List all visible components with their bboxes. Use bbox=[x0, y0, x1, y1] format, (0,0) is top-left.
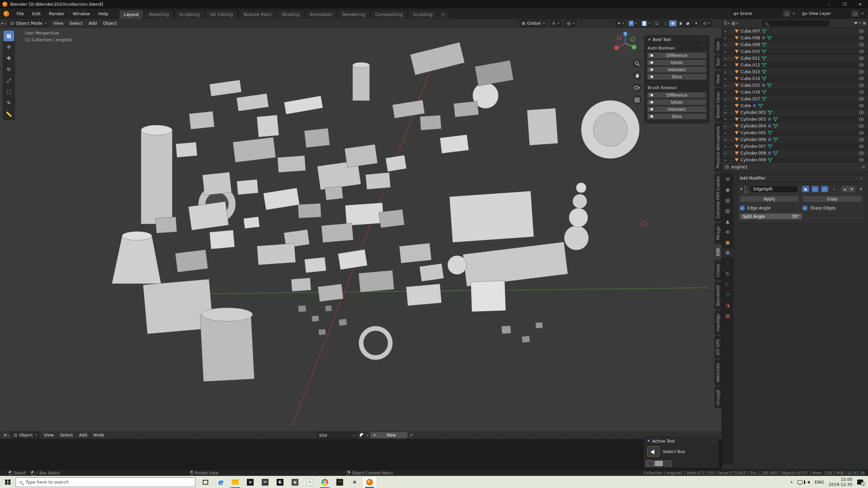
modifier-move-up-button[interactable]: ▲ bbox=[842, 186, 848, 192]
taskbar-app-player[interactable]: ◠ bbox=[332, 476, 347, 488]
taskbar-app-task-view[interactable] bbox=[198, 476, 213, 488]
workspace-tab-texture-paint[interactable]: Texture Paint bbox=[238, 10, 276, 19]
shading-options-dropdown[interactable]: ◴▾ bbox=[702, 20, 711, 27]
close-button[interactable]: ✕ bbox=[852, 0, 868, 8]
shader-editor-type-icon[interactable]: ◔▾ bbox=[2, 433, 10, 438]
perspective-toggle-icon[interactable] bbox=[633, 96, 642, 104]
hide-eye-icon[interactable] bbox=[859, 29, 864, 33]
view-layer-copy-button[interactable]: ❏ bbox=[851, 10, 859, 17]
outliner-item-cube.011[interactable]: ►—Cube.011 bbox=[722, 55, 868, 62]
transform-tool-button[interactable]: ⛶ bbox=[3, 86, 14, 97]
shader-menu-add[interactable]: Add bbox=[76, 431, 90, 439]
sidebar-tab-tool[interactable]: Tool bbox=[714, 55, 722, 69]
hide-eye-icon[interactable] bbox=[859, 138, 864, 141]
brush-boolean-difference-button[interactable]: Difference bbox=[647, 92, 707, 98]
sidebar-tab-blenderkit[interactable]: BlenderKit bbox=[714, 282, 722, 309]
modifier-expand-icon[interactable]: ▼ bbox=[740, 188, 742, 191]
shading-dropdown-icon[interactable]: ▾ bbox=[692, 20, 700, 26]
viewport-menu-view[interactable]: View bbox=[50, 20, 66, 27]
modifier-name-field[interactable]: EdgeSplit bbox=[751, 186, 797, 192]
outliner-item-cylinder.006[interactable]: ►—Cylinder.006⚙ bbox=[722, 136, 868, 143]
shader-menu-select[interactable]: Select bbox=[57, 431, 76, 439]
wireframe-shading-icon[interactable]: ◌ bbox=[662, 20, 669, 26]
hide-eye-icon[interactable] bbox=[859, 151, 864, 155]
hidden-icons-chevron[interactable]: ∧ bbox=[790, 480, 793, 484]
properties-tab-tool[interactable]: ⚒ bbox=[722, 175, 733, 184]
outliner-item-cube.009[interactable]: ►—Cube.009 bbox=[722, 41, 868, 48]
outliner-item-cylinder.007[interactable]: ►—Cylinder.007 bbox=[722, 143, 868, 150]
maximize-button[interactable]: ❐ bbox=[837, 0, 852, 8]
modifier-cage-toggle[interactable]: ▽ bbox=[831, 186, 837, 192]
properties-tab-view-layer[interactable]: ▥ bbox=[722, 206, 733, 215]
hide-eye-icon[interactable] bbox=[859, 111, 864, 114]
expand-icon[interactable]: ► bbox=[725, 125, 728, 128]
menu-render[interactable]: Render bbox=[45, 10, 68, 18]
outliner-item-cylinder.004[interactable]: ►—Cylinder.004⚙ bbox=[722, 123, 868, 129]
sidebar-tab-item[interactable]: Item bbox=[714, 38, 722, 54]
auto-boolean-union-button[interactable]: Union bbox=[647, 59, 707, 66]
filter-icon[interactable]: ▾ bbox=[854, 22, 861, 25]
mode-dropdown[interactable]: ⊡ Object Mode ▾ bbox=[8, 20, 49, 27]
menu-file[interactable]: File bbox=[13, 10, 27, 18]
workspace-tab-shading[interactable]: Shading bbox=[277, 10, 304, 19]
modifier-move-down-button[interactable]: ▼ bbox=[848, 186, 855, 192]
expand-icon[interactable]: ► bbox=[725, 70, 728, 74]
outliner-display-mode-icon[interactable]: ▥▾ bbox=[732, 21, 737, 25]
outliner-item-cube[interactable]: ►—Cube⚙ bbox=[722, 102, 868, 109]
expand-icon[interactable]: ► bbox=[725, 138, 728, 141]
taskbar-app-edge[interactable]: e bbox=[213, 476, 228, 488]
blender-menu-icon[interactable] bbox=[3, 11, 9, 17]
taskbar-app-calculator[interactable]: ▦ bbox=[288, 476, 302, 488]
view-layer-selector[interactable]: ▥▾ View Layer ❏ ✕ bbox=[800, 10, 866, 17]
sidebar-tab-edit[interactable]: Edit bbox=[714, 245, 722, 259]
sidebar-tab-extreme-pbr-combo[interactable]: Extreme PBR Combo bbox=[714, 173, 722, 222]
selectability-visibility-dropdown[interactable]: ➤▾ bbox=[616, 20, 625, 27]
sidebar-tab-mirage[interactable]: Mirage bbox=[714, 223, 722, 244]
auto-boolean-slice-button[interactable]: Slice bbox=[647, 74, 707, 80]
taskbar-app-chrome[interactable] bbox=[317, 476, 332, 488]
select-subtract-mode-button[interactable] bbox=[664, 461, 672, 466]
workspace-tab-rendering[interactable]: Rendering bbox=[338, 10, 370, 19]
select-box-tool-button[interactable]: ▦ bbox=[3, 30, 14, 41]
taskbar-search-input[interactable]: Type here to search bbox=[16, 477, 195, 487]
workspace-tab-sculpting[interactable]: Sculpting bbox=[174, 10, 204, 19]
minimize-button[interactable]: – bbox=[821, 0, 837, 8]
outliner-item-cube.010[interactable]: ►—Cube.010 bbox=[722, 48, 868, 55]
expand-icon[interactable]: ► bbox=[725, 104, 728, 107]
navigation-gizmo[interactable]: Z bbox=[612, 30, 638, 56]
viewport-menu-select[interactable]: Select bbox=[66, 20, 86, 27]
taskbar-app-notes[interactable]: ✎ bbox=[302, 476, 317, 488]
split-angle-slider[interactable]: Split Angle 30° bbox=[740, 213, 802, 220]
select-set-mode-button[interactable] bbox=[646, 461, 654, 466]
outliner-item-cube.016[interactable]: ►—Cube.016 bbox=[722, 89, 868, 96]
workspace-tab-scripting[interactable]: Scripting bbox=[408, 10, 437, 19]
scene-copy-button[interactable]: ❏ bbox=[783, 10, 790, 17]
language-indicator[interactable]: ENG bbox=[814, 480, 824, 485]
pin-icon[interactable]: ⚲ bbox=[861, 164, 866, 169]
expand-icon[interactable]: ► bbox=[725, 131, 728, 135]
scene-selector[interactable]: ◍▾ Scene ❏ ✕ bbox=[731, 10, 797, 17]
outliner-item-cube.012[interactable]: ►—Cube.012 bbox=[722, 62, 868, 68]
solid-shading-icon[interactable]: ● bbox=[669, 20, 676, 26]
viewport-menu-add[interactable]: Add bbox=[85, 20, 100, 27]
cursor-tool-button[interactable]: ✛ bbox=[3, 42, 14, 53]
apply-button[interactable]: Apply bbox=[740, 196, 799, 202]
brush-boolean-union-button[interactable]: Union bbox=[647, 99, 707, 105]
expand-icon[interactable]: ► bbox=[725, 84, 728, 87]
add-workspace-button[interactable]: + bbox=[438, 10, 449, 19]
edge-angle-checkbox[interactable]: ✓ Edge Angle bbox=[740, 206, 799, 210]
panel-drag-grip[interactable]: :::: bbox=[710, 439, 716, 443]
start-button[interactable] bbox=[0, 476, 16, 488]
hide-eye-icon[interactable] bbox=[859, 124, 864, 128]
outliner-search-input[interactable] bbox=[762, 20, 830, 26]
expand-icon[interactable]: ► bbox=[725, 111, 728, 114]
speaker-icon[interactable] bbox=[807, 481, 810, 484]
proportional-editing-dropdown[interactable]: ◎▾ bbox=[565, 20, 577, 27]
properties-tab-material[interactable]: ◑ bbox=[722, 301, 733, 310]
hide-eye-icon[interactable] bbox=[859, 118, 864, 121]
sidebar-tab-bmesh-clean[interactable]: Bmesh Clean bbox=[714, 88, 722, 122]
outliner-item-cylinder.009[interactable]: ►—Cylinder.009 bbox=[722, 157, 868, 163]
notification-icon[interactable]: 1 bbox=[857, 480, 863, 485]
hide-eye-icon[interactable] bbox=[859, 84, 864, 87]
move-tool-button[interactable]: ✥ bbox=[3, 53, 14, 64]
